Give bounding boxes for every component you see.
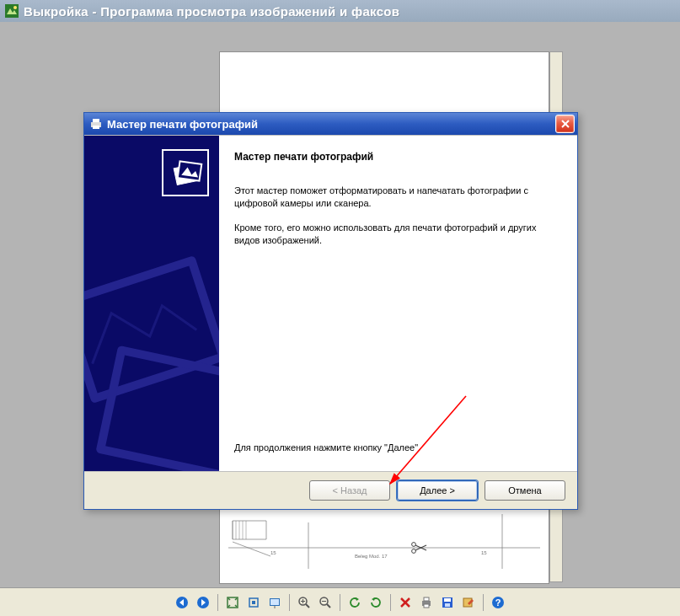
wizard-heading: Мастер печати фотографий <box>234 151 559 163</box>
wizard-body: Мастер печати фотографий Этот мастер пом… <box>84 135 577 472</box>
bottom-toolbar: ? <box>0 587 680 616</box>
main-window-titlebar: Выкройка - Программа просмотра изображен… <box>0 0 680 22</box>
app-icon <box>5 4 19 18</box>
wizard-footer: < Назад Далее > Отмена <box>84 472 577 509</box>
wizard-paragraph-2: Кроме того, его можно использовать для п… <box>234 222 559 247</box>
next-button[interactable]: Далее > <box>397 480 478 501</box>
svg-rect-18 <box>252 601 255 604</box>
svg-rect-0 <box>5 4 19 18</box>
wizard-title: Мастер печати фотографий <box>107 118 555 131</box>
svg-rect-52 <box>100 351 219 471</box>
actual-size-button[interactable] <box>244 593 263 612</box>
svg-text:15: 15 <box>481 550 487 555</box>
zoom-out-button[interactable] <box>316 593 335 612</box>
svg-line-27 <box>327 604 330 608</box>
main-window-title: Выкройка - Программа просмотра изображен… <box>24 4 399 19</box>
svg-rect-38 <box>445 603 450 607</box>
svg-rect-34 <box>424 597 429 601</box>
pattern-fragment: Beleg Mod. 17 15 15 <box>227 514 542 573</box>
open-editor-button[interactable] <box>459 593 478 612</box>
wizard-side-panel <box>84 136 219 471</box>
svg-text:?: ? <box>495 597 501 608</box>
side-decoration <box>84 245 219 471</box>
toolbar-separator <box>289 594 290 611</box>
wizard-paragraph-1: Этот мастер поможет отформатировать и на… <box>234 185 559 210</box>
svg-rect-37 <box>444 598 451 602</box>
svg-text:15: 15 <box>270 550 276 555</box>
svg-marker-30 <box>372 597 375 601</box>
toolbar-separator <box>217 594 218 611</box>
pattern-label: Beleg Mod. 17 <box>355 554 388 559</box>
photos-icon <box>162 149 209 196</box>
svg-marker-29 <box>356 597 359 601</box>
cancel-button[interactable]: Отмена <box>485 480 565 501</box>
rotate-ccw-button[interactable] <box>345 593 364 612</box>
prev-image-button[interactable] <box>173 593 191 612</box>
svg-point-2 <box>13 6 17 9</box>
svg-rect-43 <box>93 119 99 122</box>
zoom-in-button[interactable] <box>295 593 313 612</box>
wizard-titlebar[interactable]: Мастер печати фотографий <box>84 113 577 135</box>
close-button[interactable] <box>555 115 575 133</box>
svg-line-23 <box>306 604 309 608</box>
wizard-title-icon <box>89 117 103 131</box>
svg-rect-44 <box>93 126 99 129</box>
toolbar-separator <box>483 594 484 611</box>
print-button[interactable] <box>417 593 436 612</box>
toolbar-separator <box>390 594 391 611</box>
fit-window-button[interactable] <box>223 593 242 612</box>
save-button[interactable] <box>438 593 457 612</box>
slideshow-button[interactable] <box>265 593 284 612</box>
back-button: < Назад <box>309 480 390 501</box>
svg-point-9 <box>412 543 416 547</box>
delete-button[interactable] <box>396 593 415 612</box>
help-button[interactable]: ? <box>489 593 507 612</box>
svg-point-8 <box>412 549 416 554</box>
next-image-button[interactable] <box>194 593 212 612</box>
rotate-cw-button[interactable] <box>367 593 385 612</box>
svg-rect-20 <box>270 599 279 605</box>
wizard-content: Мастер печати фотографий Этот мастер пом… <box>219 136 577 471</box>
wizard-continue-hint: Для продолжения нажмите кнопку "Далее". <box>234 442 559 454</box>
print-wizard-dialog: Мастер печати фотографий <box>83 112 578 510</box>
svg-rect-35 <box>424 604 429 608</box>
toolbar-separator <box>340 594 340 611</box>
